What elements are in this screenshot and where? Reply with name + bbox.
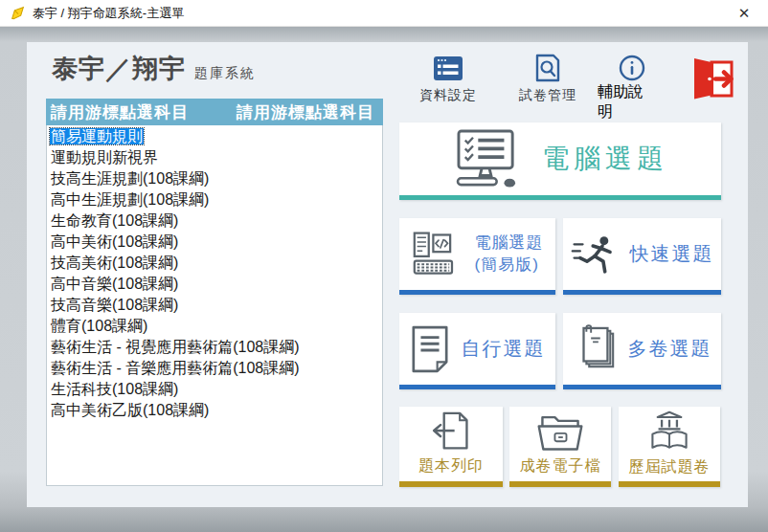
stacked-papers-icon [573,324,617,374]
subject-item[interactable]: 簡易運動規則 [50,126,382,147]
main-panel: 泰宇／翔宇 題庫系統 資料設定 [27,42,748,507]
brand-suffix: 題庫系統 [194,65,256,82]
exam-management-icon [535,54,560,82]
print-page-arrow-icon [428,411,474,452]
subject-list-body: 簡易運動規則 運動規則新視界 技高生涯規劃(108課綱) 高中生涯規劃(108課… [46,125,383,486]
subject-item[interactable]: 技高生涯規劃(108課綱) [50,168,382,189]
subject-item[interactable]: 高中音樂(108課綱) [50,274,382,295]
self-select-label: 自行選題 [462,336,546,362]
subject-item[interactable]: 高中美術(108課綱) [50,232,382,253]
runner-icon [571,233,619,276]
efile-button[interactable]: 成卷電子檔 [509,407,611,487]
subject-item[interactable]: 生命教育(108課綱) [50,211,382,232]
multi-select-button[interactable]: 多卷選題 [563,313,721,389]
subject-item[interactable]: 生活科技(108課綱) [50,379,382,400]
subject-list-header-right: 請用游標點選科目 [237,101,374,123]
brand-logo: 泰宇／翔宇 題庫系統 [52,52,256,86]
help-label-wrap: 輔助說明 [598,82,655,122]
help-button[interactable] [619,54,645,82]
app-pen-icon [10,5,26,21]
data-settings-label: 資料設定 [419,87,477,104]
quick-select-label: 快速選題 [630,241,714,267]
exam-management-label: 試卷管理 [519,87,576,104]
subject-item[interactable]: 高中美術乙版(108課綱) [50,400,382,421]
close-button[interactable]: ✕ [730,0,758,27]
computer-select-button[interactable]: 電腦選題 [399,122,721,200]
toolbar: 資料設定 試卷管理 [419,54,737,104]
data-settings-icon [433,54,463,82]
title-bar: 泰宇 / 翔宇命題系統-主選單 ✕ [0,0,768,27]
document-lines-icon [410,325,450,373]
brand-name: 泰宇／翔宇 [52,52,186,86]
data-settings-button[interactable]: 資料設定 [419,54,477,104]
subject-item[interactable]: 藝術生活 - 視覺應用藝術篇(108課綱) [50,337,382,358]
subject-item[interactable]: 運動規則新視界 [50,147,382,168]
quick-select-button[interactable]: 快速選題 [563,218,721,295]
help-info-icon [619,54,645,82]
print-booklet-label: 題本列印 [418,456,484,477]
efile-label: 成卷電子檔 [520,456,601,477]
past-papers-button[interactable]: 歷屆試題卷 [619,407,720,487]
exit-button[interactable] [688,56,737,104]
past-papers-label: 歷屆試題卷 [629,457,711,477]
subject-item[interactable]: 技高音樂(108課綱) [50,295,382,316]
computer-select-simple-label: 電腦選題 (簡易版) [475,233,544,277]
exit-door-icon [688,56,737,100]
exam-management-button[interactable]: 試卷管理 [519,54,576,104]
window-body: 泰宇／翔宇 題庫系統 資料設定 [0,27,768,532]
computer-select-label: 電腦選題 [542,141,668,177]
subject-item[interactable]: 高中生涯規劃(108課綱) [50,189,382,211]
window-title: 泰宇 / 翔宇命題系統-主選單 [33,5,730,22]
print-booklet-button[interactable]: 題本列印 [399,407,503,487]
subject-list-header-left: 請用游標點選科目 [51,101,189,123]
multi-select-label: 多卷選題 [628,336,712,362]
computer-checklist-icon [452,129,523,188]
bank-book-icon [647,410,691,453]
doc-code-keyboard-icon [412,231,465,278]
subject-list: 請用游標點選科目 請用游標點選科目 簡易運動規則 運動規則新視界 技高生涯規劃(… [46,99,383,486]
subject-item[interactable]: 體育(108課綱) [50,316,382,337]
folder-document-icon [535,411,585,452]
subject-item[interactable]: 技高美術(108課綱) [50,253,382,274]
subject-list-header: 請用游標點選科目 請用游標點選科目 [46,99,383,125]
computer-select-simple-button[interactable]: 電腦選題 (簡易版) [399,218,555,295]
help-label: 輔助說明 [598,82,655,122]
subject-item[interactable]: 藝術生活 - 音樂應用藝術篇(108課綱) [50,358,382,379]
self-select-button[interactable]: 自行選題 [399,313,555,389]
